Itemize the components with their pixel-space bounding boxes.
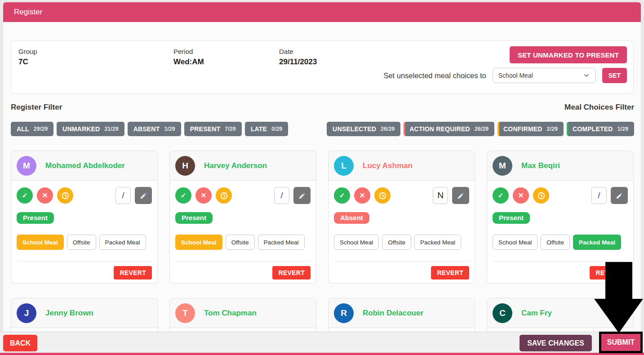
- meal-filter-action-required[interactable]: ACTION REQUIRED 26/29: [404, 122, 494, 136]
- set-unmarked-to-present-button[interactable]: SET UNMARKED TO PRESENT: [510, 46, 627, 63]
- student-card: T Tom Chapman: [169, 298, 316, 332]
- filter-button-label: COMPLETED: [573, 125, 613, 133]
- attendance-actions: ✓ ✕ /: [175, 187, 311, 204]
- edit-mark-button[interactable]: [611, 187, 628, 204]
- edit-mark-button[interactable]: [452, 187, 469, 204]
- mark-absent-button[interactable]: ✕: [195, 187, 212, 204]
- meal-option-school-meal[interactable]: School Meal: [334, 235, 379, 250]
- meal-option-offsite[interactable]: Offsite: [67, 235, 96, 250]
- register-filter-all[interactable]: ALL 29/29: [11, 122, 53, 136]
- avatar: J: [17, 303, 36, 323]
- student-card-header: T Tom Chapman: [170, 298, 316, 328]
- meal-option-offsite[interactable]: Offsite: [541, 235, 570, 250]
- revert-row: REVERT: [175, 266, 311, 280]
- mark-late-button[interactable]: [57, 187, 73, 204]
- mark-present-button[interactable]: ✓: [175, 187, 191, 204]
- meal-option-school-meal[interactable]: School Meal: [175, 235, 222, 250]
- date-label: Date: [279, 48, 317, 55]
- meal-choice-select[interactable]: School Meal: [493, 68, 596, 83]
- check-icon: ✓: [339, 191, 345, 200]
- student-name: Cam Fry: [521, 309, 552, 318]
- meal-option-offsite[interactable]: Offsite: [226, 235, 255, 250]
- mark-present-button[interactable]: ✓: [17, 187, 33, 204]
- register-mark-box: /: [274, 187, 289, 204]
- pencil-icon: [298, 192, 306, 200]
- avatar: T: [175, 303, 195, 323]
- filter-button-count: 1/29: [164, 126, 175, 132]
- period-field: Period Wed:AM: [173, 48, 204, 67]
- student-cards-row-2: J Jenny Brown T Tom Chapman R Robin Dela…: [11, 298, 634, 332]
- register-filter-late[interactable]: LATE 0/29: [245, 122, 289, 136]
- register-filter-present[interactable]: PRESENT 7/29: [184, 122, 242, 136]
- student-cards-row-1: M Mohamed Abdelkoder ✓ ✕ /: [11, 151, 634, 284]
- meal-option-packed-meal[interactable]: Packed Meal: [258, 235, 305, 250]
- chevron-down-icon: [583, 72, 590, 79]
- mark-present-button[interactable]: ✓: [334, 187, 350, 204]
- page-header: Register: [3, 2, 641, 22]
- mark-late-button[interactable]: [533, 187, 549, 204]
- student-name: Harvey Anderson: [204, 161, 267, 170]
- student-card-header: M Max Beqiri: [487, 151, 633, 181]
- edit-mark-button[interactable]: [293, 187, 311, 204]
- register-filter-absent[interactable]: ABSENT 1/29: [128, 122, 181, 136]
- meal-option-packed-meal[interactable]: Packed Meal: [99, 235, 146, 250]
- avatar: L: [334, 156, 354, 176]
- filter-button-label: UNMARKED: [62, 125, 100, 133]
- group-value: 7C: [18, 58, 37, 67]
- meal-option-school-meal[interactable]: School Meal: [493, 235, 537, 250]
- check-icon: ✓: [181, 191, 187, 200]
- date-value: 29/11/2023: [279, 58, 317, 67]
- clock-icon: [220, 191, 228, 200]
- register-mark-box: N: [433, 187, 448, 204]
- avatar: C: [493, 303, 512, 323]
- status-badge: Present: [17, 212, 54, 224]
- revert-button[interactable]: REVERT: [272, 266, 311, 280]
- revert-row: REVERT: [334, 266, 469, 280]
- meal-filter-completed[interactable]: COMPLETED 1/29: [567, 122, 634, 136]
- mark-present-button[interactable]: ✓: [493, 187, 509, 204]
- set-meal-button[interactable]: SET: [602, 68, 627, 83]
- mark-late-button[interactable]: [374, 187, 391, 204]
- meal-filter-confirmed[interactable]: CONFIRMED 2/29: [497, 122, 564, 136]
- register-mark-box: /: [591, 187, 607, 204]
- mark-late-button[interactable]: [216, 187, 232, 204]
- filter-button-label: LATE: [251, 125, 267, 133]
- save-changes-button[interactable]: SAVE CHANGES: [520, 335, 592, 351]
- student-name: Jenny Brown: [45, 309, 93, 318]
- student-name: Tom Chapman: [204, 309, 257, 318]
- meal-choice-select-value: School Meal: [498, 72, 533, 79]
- revert-row: REVERT: [17, 266, 152, 280]
- filter-button-count: 1/29: [617, 126, 628, 132]
- pencil-icon: [616, 192, 623, 200]
- meal-options-row: School MealOffsitePacked Meal: [493, 235, 628, 250]
- meal-option-offsite[interactable]: Offsite: [382, 235, 411, 250]
- meal-options-row: School MealOffsitePacked Meal: [334, 235, 469, 250]
- meal-option-school-meal[interactable]: School Meal: [17, 235, 64, 250]
- student-card-body: ✓ ✕ /: [170, 187, 316, 280]
- student-card-body: ✓ ✕ /: [11, 187, 157, 280]
- submit-button[interactable]: SUBMIT: [601, 334, 640, 351]
- avatar: M: [17, 156, 36, 176]
- revert-button[interactable]: REVERT: [431, 266, 469, 280]
- avatar: H: [175, 156, 195, 176]
- back-button[interactable]: BACK: [3, 335, 37, 351]
- filter-button-count: 29/29: [34, 126, 48, 132]
- mark-absent-button[interactable]: ✕: [37, 187, 53, 204]
- status-badge: Present: [493, 212, 530, 224]
- revert-button[interactable]: REVERT: [114, 266, 152, 280]
- meal-filter-unselected[interactable]: UNSELECTED 26/29: [327, 122, 400, 136]
- filter-button-label: ALL: [17, 125, 29, 133]
- register-filter-unmarked[interactable]: UNMARKED 21/29: [57, 122, 124, 136]
- mark-absent-button[interactable]: ✕: [513, 187, 529, 204]
- meal-option-packed-meal[interactable]: Packed Meal: [414, 235, 461, 250]
- status-badge: Present: [175, 212, 213, 224]
- mark-absent-button[interactable]: ✕: [354, 187, 370, 204]
- student-card: J Jenny Brown: [11, 298, 158, 332]
- meal-set-row: Set unselected meal choices to School Me…: [383, 68, 627, 83]
- student-card: R Robin Delacouer: [328, 298, 475, 332]
- student-card-header: R Robin Delacouer: [329, 298, 475, 328]
- meal-option-packed-meal[interactable]: Packed Meal: [573, 235, 621, 250]
- edit-mark-button[interactable]: [135, 187, 152, 204]
- status-row: Present: [493, 212, 628, 223]
- pencil-icon: [457, 192, 465, 200]
